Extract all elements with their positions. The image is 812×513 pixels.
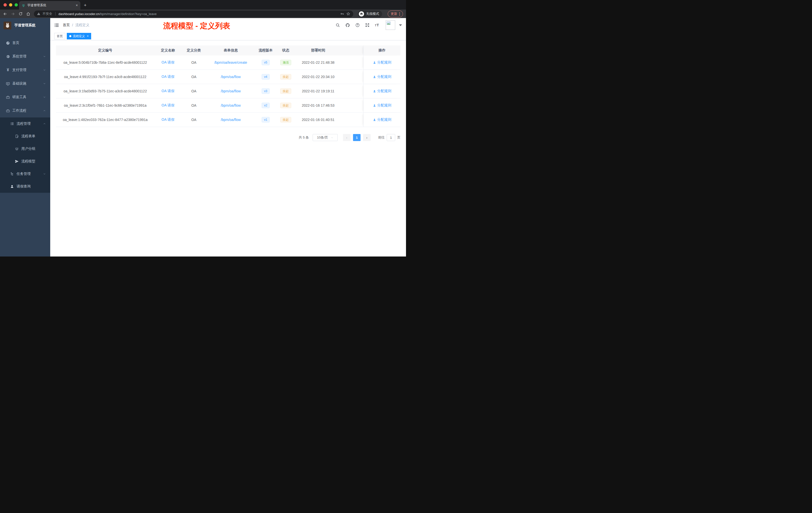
bookmark-star-icon[interactable] <box>346 12 350 16</box>
chevron-down-icon <box>43 68 46 71</box>
version-badge: v2 <box>262 103 270 108</box>
sidebar-item-process-mgmt[interactable]: 流程管理 <box>0 117 50 130</box>
tag-home[interactable]: 首页 <box>54 33 65 39</box>
definition-name-link[interactable]: OA 请假 <box>162 74 174 79</box>
github-icon[interactable] <box>345 23 350 28</box>
gear-icon <box>6 55 10 59</box>
help-question-icon[interactable] <box>355 23 360 27</box>
sidebar-item-devtools[interactable]: 研发工具 <box>0 90 50 104</box>
page-number-current[interactable]: 1 <box>353 134 360 141</box>
password-key-icon[interactable] <box>340 12 344 16</box>
main-area: 首页 / 流程定义 流程模型 - 定义列表 <box>50 18 406 256</box>
yen-icon: ¥ <box>6 68 10 72</box>
form-link[interactable]: /bpm/oa/flow <box>221 89 240 93</box>
forward-icon[interactable] <box>11 12 15 16</box>
dashboard-icon <box>6 41 10 45</box>
next-page-button[interactable]: › <box>363 134 371 141</box>
assign-rule-link[interactable]: 分配规则 <box>373 60 392 65</box>
update-button[interactable]: 更新 <box>388 10 403 17</box>
sidebar-item-leave-query[interactable]: 请假查询 <box>0 180 50 193</box>
sidebar-item-process-form[interactable]: 流程表单 <box>0 130 50 143</box>
definition-id: oa_leave:2:3c1f0ef1-76b1-11ec-9c66-a2380… <box>56 103 154 108</box>
tag-close-icon[interactable]: × <box>87 34 89 38</box>
close-window-button[interactable] <box>3 3 7 6</box>
deploy-time: 2022-01-22 21:48:38 <box>295 60 341 64</box>
tag-process-definition[interactable]: 流程定义 × <box>67 33 91 39</box>
user-avatar[interactable] <box>386 20 395 30</box>
window-controls[interactable] <box>3 3 18 6</box>
briefcase-icon <box>6 109 10 113</box>
definition-name-link[interactable]: OA 请假 <box>162 103 174 107</box>
col-header-version: 流程版本 <box>255 48 276 53</box>
col-header-actions: 操作 <box>363 46 401 56</box>
sidebar-item-label: 流程表单 <box>21 134 35 139</box>
prev-page-button[interactable]: ‹ <box>343 134 350 141</box>
form-link[interactable]: /bpm/oa/flow <box>221 75 240 79</box>
security-label[interactable]: 不安全 <box>42 11 52 16</box>
form-link[interactable]: /bpm/oa/flow <box>221 118 240 122</box>
workflow-submenu: 流程管理 流程表单 用户分组 <box>0 117 50 193</box>
sidebar-item-workflow[interactable]: 工作流程 <box>0 104 50 117</box>
robot-face-icon <box>15 147 19 151</box>
definition-category: OA <box>181 89 206 93</box>
sidebar-item-home[interactable]: 首页 <box>0 36 50 50</box>
browser-toolbar: 不安全 dashboard.yudao.iocoder.cn/bpm/manag… <box>0 9 406 18</box>
definition-category: OA <box>181 75 206 79</box>
monitor-icon <box>6 82 10 86</box>
status-badge: 挂起 <box>280 117 291 122</box>
breadcrumb-home[interactable]: 首页 <box>63 23 70 27</box>
table-row: oa_leave:2:3c1f0ef1-76b1-11ec-9c66-a2380… <box>56 98 401 113</box>
sidebar-item-infra[interactable]: 基础设施 <box>0 77 50 90</box>
address-bar[interactable]: 不安全 dashboard.yudao.iocoder.cn/bpm/manag… <box>34 10 353 17</box>
text-size-icon[interactable]: TT <box>375 23 380 27</box>
sidebar-toggle-hamburger-icon[interactable] <box>54 23 59 28</box>
sidebar-logo[interactable]: 芋道管理系统 <box>0 18 50 33</box>
fullscreen-icon[interactable] <box>365 23 370 27</box>
form-link[interactable]: /bpm/oa/flow <box>221 103 240 108</box>
form-link[interactable]: /bpm/oa/leave/create <box>214 60 247 64</box>
minimize-window-button[interactable] <box>9 3 12 6</box>
sidebar-item-payment[interactable]: ¥ 支付管理 <box>0 63 50 77</box>
definition-id: oa_leave:3:1fad3d93-7b75-11ec-a3c8-acde4… <box>56 89 154 93</box>
caret-down-icon[interactable] <box>399 24 402 26</box>
assign-rule-link[interactable]: 分配规则 <box>373 89 392 93</box>
browser-menu-dots-icon[interactable] <box>399 12 400 16</box>
person-icon <box>10 184 14 188</box>
sidebar-item-label: 系统管理 <box>12 54 26 59</box>
new-tab-button[interactable]: + <box>84 3 87 8</box>
chevron-up-icon <box>43 109 46 112</box>
definition-name-link[interactable]: OA 请假 <box>162 89 174 93</box>
tab-close-icon[interactable]: × <box>76 3 78 7</box>
sidebar-item-label: 流程管理 <box>17 121 31 126</box>
page-content: 定义编号 定义名称 定义分类 表单信息 流程版本 状态 部署时间 操作 oa_l… <box>50 40 406 256</box>
sidebar-item-system[interactable]: 系统管理 <box>0 50 50 63</box>
chevron-down-icon <box>43 55 46 58</box>
home-icon[interactable] <box>26 12 30 16</box>
browser-tab[interactable]: 芋道管理系统 × <box>19 1 80 9</box>
definition-table: 定义编号 定义名称 定义分类 表单信息 流程版本 状态 部署时间 操作 oa_l… <box>56 46 401 127</box>
navbar: 首页 / 流程定义 流程模型 - 定义列表 <box>50 18 406 32</box>
search-icon[interactable] <box>336 23 340 27</box>
assign-rule-link[interactable]: 分配规则 <box>373 117 392 122</box>
deploy-time: 2022-01-22 20:34:10 <box>295 75 341 79</box>
status-badge: 挂起 <box>280 103 291 108</box>
sidebar-item-process-model[interactable]: 流程模型 <box>0 155 50 168</box>
sidebar-item-label: 首页 <box>12 41 19 45</box>
col-header-deploy-time: 部署时间 <box>295 48 341 53</box>
goto-page-input[interactable] <box>387 134 395 141</box>
url-text[interactable]: dashboard.yudao.iocoder.cn/bpm/manager/d… <box>58 12 157 16</box>
sidebar-item-task-mgmt[interactable]: 任务管理 <box>0 168 50 180</box>
tab-title: 芋道管理系统 <box>27 3 74 7</box>
definition-name-link[interactable]: OA 请假 <box>162 117 174 121</box>
assign-rule-link[interactable]: 分配规则 <box>373 103 392 108</box>
zoom-window-button[interactable] <box>14 3 18 6</box>
pagination: 共 5 条 10条/页 ‹ 1 › 前往 页 <box>56 134 401 141</box>
definition-category: OA <box>181 60 206 64</box>
definition-name-link[interactable]: OA 请假 <box>162 60 174 64</box>
sidebar-item-label: 用户分组 <box>21 147 35 151</box>
reload-icon[interactable] <box>19 12 23 16</box>
back-icon[interactable] <box>3 12 7 16</box>
assign-rule-link[interactable]: 分配规则 <box>373 74 392 79</box>
sidebar-item-user-group[interactable]: 用户分组 <box>0 143 50 155</box>
page-size-select[interactable]: 10条/页 <box>313 134 338 141</box>
